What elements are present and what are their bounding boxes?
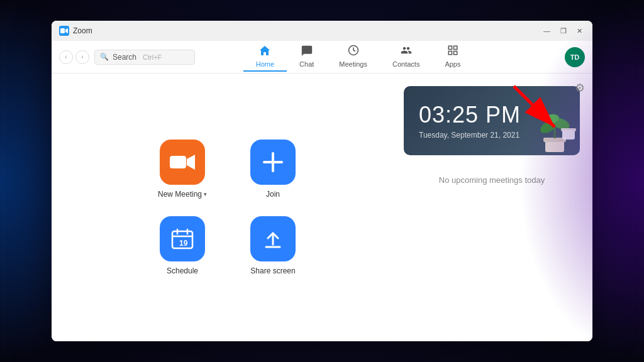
- nav-back-button[interactable]: ‹: [59, 50, 73, 64]
- svg-rect-6: [453, 52, 457, 55]
- share-screen-label: Share screen: [250, 266, 295, 275]
- schedule-button[interactable]: 19: [160, 216, 205, 261]
- new-meeting-dropdown-arrow: ▾: [204, 191, 207, 197]
- zoom-logo: [59, 26, 69, 36]
- maximize-button[interactable]: ❐: [558, 26, 569, 36]
- meetings-icon: [347, 45, 360, 59]
- minimize-button[interactable]: —: [541, 26, 553, 36]
- clock-date: Tuesday, September 21, 2021: [419, 131, 521, 140]
- search-label: Search: [113, 53, 136, 62]
- share-screen-button[interactable]: [250, 216, 296, 261]
- profile-avatar[interactable]: TD: [565, 47, 585, 67]
- chat-icon: [301, 45, 313, 59]
- main-content: ⚙ New Meeting ▾: [52, 74, 592, 341]
- profile-initials: TD: [570, 53, 580, 61]
- toolbar: ‹ › 🔍 Search Ctrl+F Home: [52, 41, 592, 74]
- svg-rect-26: [562, 130, 575, 140]
- nav-tabs: Home Chat Meetings: [243, 42, 474, 72]
- svg-rect-27: [561, 128, 576, 131]
- tab-meetings[interactable]: Meetings: [326, 42, 380, 72]
- action-grid: New Meeting ▾ Join: [145, 140, 311, 275]
- tab-apps[interactable]: Apps: [432, 42, 473, 72]
- title-bar: Zoom — ❐ ✕: [52, 21, 592, 41]
- search-bar[interactable]: 🔍 Search Ctrl+F: [94, 50, 195, 65]
- svg-rect-4: [453, 46, 457, 49]
- search-shortcut: Ctrl+F: [143, 53, 162, 61]
- no-meetings-text: No upcoming meetings today: [404, 175, 580, 185]
- share-screen-item: Share screen: [235, 216, 311, 275]
- new-meeting-item: New Meeting ▾: [145, 140, 220, 199]
- left-panel: New Meeting ▾ Join: [52, 74, 404, 341]
- clock-info: 03:25 PM Tuesday, September 21, 2021: [419, 102, 521, 140]
- svg-marker-10: [187, 155, 195, 170]
- tab-apps-label: Apps: [445, 60, 460, 68]
- tab-contacts-label: Contacts: [392, 60, 419, 68]
- join-button[interactable]: [250, 140, 296, 185]
- nav-forward-button[interactable]: ›: [75, 50, 89, 64]
- home-icon: [258, 45, 271, 59]
- tab-chat[interactable]: Chat: [287, 42, 326, 72]
- new-meeting-button[interactable]: [160, 140, 205, 185]
- title-bar-left: Zoom: [59, 26, 92, 36]
- new-meeting-label: New Meeting ▾: [158, 190, 207, 199]
- settings-gear-icon[interactable]: ⚙: [575, 81, 585, 95]
- join-item: Join: [235, 140, 311, 199]
- window-title: Zoom: [73, 26, 92, 35]
- nav-arrows: ‹ ›: [59, 50, 89, 64]
- window-controls: — ❐ ✕: [541, 26, 585, 36]
- svg-rect-5: [448, 52, 452, 55]
- plant-decoration: [530, 99, 580, 155]
- apps-icon: [447, 45, 459, 59]
- close-button[interactable]: ✕: [574, 26, 585, 36]
- search-icon: 🔍: [100, 53, 109, 61]
- tab-home[interactable]: Home: [243, 42, 287, 72]
- svg-rect-9: [170, 156, 186, 168]
- clock-card: 03:25 PM Tuesday, September 21, 2021: [404, 86, 580, 155]
- schedule-label: Schedule: [167, 266, 198, 275]
- tab-contacts[interactable]: Contacts: [380, 42, 432, 72]
- clock-time: 03:25 PM: [419, 102, 521, 128]
- join-label: Join: [266, 190, 280, 199]
- svg-rect-0: [60, 28, 65, 33]
- svg-rect-3: [448, 46, 452, 49]
- right-panel: 03:25 PM Tuesday, September 21, 2021: [404, 74, 592, 341]
- zoom-window: Zoom — ❐ ✕ ‹ › 🔍 Search Ctrl+F H: [52, 21, 592, 341]
- svg-marker-1: [65, 28, 68, 33]
- tab-meetings-label: Meetings: [339, 60, 367, 68]
- svg-text:19: 19: [179, 239, 188, 248]
- tab-chat-label: Chat: [299, 60, 314, 68]
- contacts-icon: [400, 45, 413, 59]
- tab-home-label: Home: [256, 60, 274, 68]
- schedule-item: 19 Schedule: [145, 216, 220, 275]
